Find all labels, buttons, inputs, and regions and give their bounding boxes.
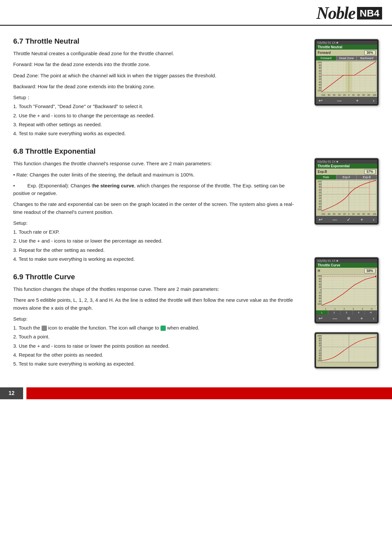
x-icon-3[interactable]: ⊗ <box>347 316 350 321</box>
device-percent-1: 36% <box>364 50 375 55</box>
graph-x-labels-1: 10080604020020406080100 <box>321 94 376 96</box>
device-tab-3[interactable]: 3 <box>340 310 353 315</box>
device-bottombar-1: ↩ — + ‹ <box>316 97 377 104</box>
device-throttle-neutral: t1lySky 01 1X ■ Throttle Neutral Forward… <box>314 39 379 106</box>
section-6-8-p4: Changes to the rate and exponential can … <box>13 200 303 216</box>
device-tab-4[interactable]: 4 <box>353 310 365 315</box>
device-tab-forward[interactable]: Forward <box>316 56 337 60</box>
device-bottombar-2: ↩ — ✓ + ‹ <box>316 216 377 223</box>
setup-step-69-5: 5. Test to make sure everything is worki… <box>13 360 303 368</box>
device-header-3: H 58% <box>316 268 377 274</box>
setup-label: Setup： <box>13 94 303 101</box>
setup-step-68-2: 2. Use the + and - icons to raise or low… <box>13 237 303 245</box>
device-header-1: Forward 36% <box>316 50 377 56</box>
section-6-8-setup: Setup: 1. Touch rate or EXP. 2. Use the … <box>13 219 303 263</box>
check-icon-2[interactable]: ✓ <box>347 217 351 222</box>
section-6-8-title: 6.8 Throttle Exponential <box>13 147 303 156</box>
section-6-8-p3: • Exp. (Exponential): Changes the steeri… <box>13 182 303 197</box>
svg-rect-18 <box>345 61 352 92</box>
device-tab-expb[interactable]: Exp.B <box>357 175 377 179</box>
graph-y-labels-3: 10080604020020406080100 <box>317 275 321 305</box>
device-graph-1: 100806040200020406080100 <box>316 60 377 97</box>
section-6-9-p2: There are 5 editible points, L, 1, 2, 3,… <box>13 296 303 312</box>
minus-icon-2[interactable]: — <box>333 217 337 222</box>
text-column: 6.7 Throttle Neutral Throttle Neutral cr… <box>13 36 309 377</box>
device-tab-rate[interactable]: Rate <box>316 175 337 179</box>
device-tab-expf[interactable]: Exp.F <box>337 175 357 179</box>
device-header-label-1: Forward <box>318 51 331 55</box>
section-6-7-setup: Setup： 1. Touch "Forward", "Dead Zone" o… <box>13 94 303 137</box>
graph-area-4 <box>321 334 376 362</box>
section-6-7-title: 6.7 Throttle Neutral <box>13 37 303 46</box>
graph-y-labels-1: 100806040200020406080100 <box>317 61 321 92</box>
plus-icon-1[interactable]: + <box>356 98 359 103</box>
section-6-7-p3: Dead Zone: The point at which the channe… <box>13 72 303 79</box>
device-header-2: Exp.B 57% <box>316 169 377 175</box>
device-percent-2: 57% <box>364 169 375 174</box>
section-6-8: 6.8 Throttle Exponential This function c… <box>13 147 303 263</box>
setup-label-69: Setup: <box>13 315 303 323</box>
device-screen-1: t1lySky 01 1X ■ Throttle Neutral Forward… <box>316 41 377 104</box>
device-graph-3: 10080604020020406080100 <box>316 274 377 310</box>
device-topbar-1: t1lySky 01 1X ■ <box>316 41 377 45</box>
graph-x-labels-3: L1234H <box>321 308 376 310</box>
graph-x-labels-2: 10080604020020406080100 <box>321 213 376 215</box>
setup-step-69-2: 2. Touch a point. <box>13 333 303 340</box>
setup-step-4: 4. Test to make sure everything works as… <box>13 130 303 137</box>
header: Noble NB4 <box>0 0 392 26</box>
graph-y-labels-2: 100806040200020406080100 <box>317 180 321 211</box>
device-tab-deadzone[interactable]: Dead Zone <box>337 56 357 60</box>
section-6-8-p2: • Rate: Changes the outer limits of the … <box>13 171 303 178</box>
logo-nb4: NB4 <box>357 7 382 20</box>
section-6-9-setup: Setup: 1. Touch the icon to enable the f… <box>13 315 303 368</box>
graph-y-labels-4: 10080604020020406080100 <box>317 334 321 362</box>
device-header-label-3: H <box>318 269 320 273</box>
setup-step-1: 1. Touch "Forward", "Dead Zone" or "Back… <box>13 102 303 110</box>
setup-step-69-4: 4. Repeat for the other points as needed… <box>13 351 303 359</box>
graph-area-3 <box>321 275 376 306</box>
setup-step-68-3: 3. Repeat for the other setting as neede… <box>13 246 303 254</box>
device-titlebar-2: Throttle Exponential <box>316 164 377 169</box>
section-6-8-p1: This function changes the throttle chann… <box>13 160 303 167</box>
section-6-9: 6.9 Throttle Curve This function changes… <box>13 273 303 368</box>
graph-area-2 <box>321 180 376 211</box>
plus-icon-3[interactable]: + <box>360 316 363 321</box>
footer: 12 <box>0 387 392 399</box>
setup-step-2: 2. Use the + and - icons to to change th… <box>13 112 303 119</box>
main-content: 6.7 Throttle Neutral Throttle Neutral cr… <box>0 26 392 377</box>
device-header-label-2: Exp.B <box>318 170 327 174</box>
minus-icon-3[interactable]: — <box>333 316 337 321</box>
back-icon-3[interactable]: ↩ <box>319 316 323 321</box>
device-tab-2[interactable]: 2 <box>328 310 340 315</box>
device-graph-4: 10080604020020406080100 <box>316 334 377 367</box>
plus-icon-2[interactable]: + <box>361 217 363 222</box>
device-throttle-curve-2: 10080604020020406080100 <box>314 332 379 369</box>
back-icon-2[interactable]: ↩ <box>319 217 323 222</box>
section-6-9-p1: This function changes the shape of the t… <box>13 285 303 293</box>
back-icon-1[interactable]: ↩ <box>319 98 323 103</box>
device-tab-H[interactable]: H <box>365 310 377 315</box>
device-column: t1lySky 01 1X ■ Throttle Neutral Forward… <box>309 36 382 377</box>
setup-step-68-4: 4. Test to make sure everything is worki… <box>13 255 303 263</box>
section-6-7-p2: Forward: How far the dead zone extends i… <box>13 60 303 68</box>
logo-noble: Noble <box>316 3 355 23</box>
device-screen-2: t1lySky 01 1X ■ Throttle Exponential Exp… <box>316 160 377 223</box>
setup-label-68: Setup: <box>13 219 303 227</box>
device-graph-2: 100806040200020406080100 <box>316 179 377 216</box>
device-topbar-2: t1lySky 01 1X ■ <box>316 160 377 164</box>
section-6-7-p4: Backward: How far the dead zone extends … <box>13 83 303 90</box>
device-titlebar-1: Throttle Neutral <box>316 45 377 50</box>
page-number: 12 <box>0 387 23 399</box>
right-icon-3[interactable]: ‹ <box>373 316 374 321</box>
device-screen-3: t1lySky 01 1X ■ Throttle Curve H 58% 100… <box>316 259 377 322</box>
right-icon-1[interactable]: ‹ <box>373 98 374 103</box>
setup-step-69-3: 3. Use the + and - icons to raise or low… <box>13 342 303 350</box>
setup-step-69-1: 1. Touch the icon to enable the function… <box>13 324 303 332</box>
device-throttle-exponential: t1lySky 01 1X ■ Throttle Exponential Exp… <box>314 158 379 225</box>
minus-icon-1[interactable]: — <box>337 98 341 103</box>
right-icon-2[interactable]: ‹ <box>373 217 374 222</box>
footer-red-bar <box>26 387 392 399</box>
device-throttle-curve: t1lySky 01 1X ■ Throttle Curve H 58% 100… <box>314 257 379 324</box>
device-tab-backward[interactable]: Backward <box>357 56 377 60</box>
device-tab-L[interactable]: L <box>316 310 328 315</box>
